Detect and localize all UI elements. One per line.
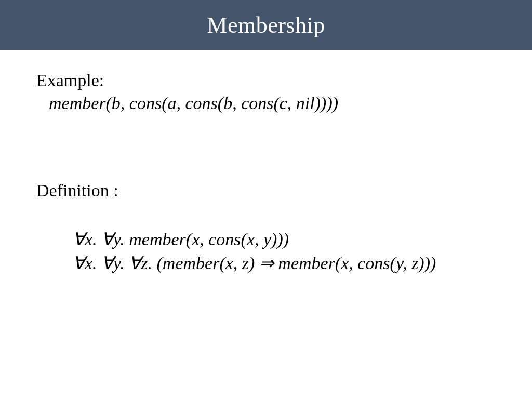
definition-line-2: ∀x. ∀y. ∀z. (member(x, z) ⇒ member(x, co… xyxy=(73,251,501,275)
definition-lines: ∀x. ∀y. member(x, cons(x, y))) ∀x. ∀y. ∀… xyxy=(73,228,501,275)
example-label: Example: xyxy=(36,71,501,90)
slide-content: Example: member(b, cons(a, cons(b, cons(… xyxy=(36,62,501,275)
definition-line-1: ∀x. ∀y. member(x, cons(x, y))) xyxy=(73,228,501,251)
example-expression: member(b, cons(a, cons(b, cons(c, nil)))… xyxy=(49,94,501,113)
definition-label: Definition : xyxy=(36,181,501,201)
title-bar: Membership xyxy=(0,0,532,50)
slide: Membership Example: member(b, cons(a, co… xyxy=(0,0,532,399)
slide-title: Membership xyxy=(207,12,325,38)
